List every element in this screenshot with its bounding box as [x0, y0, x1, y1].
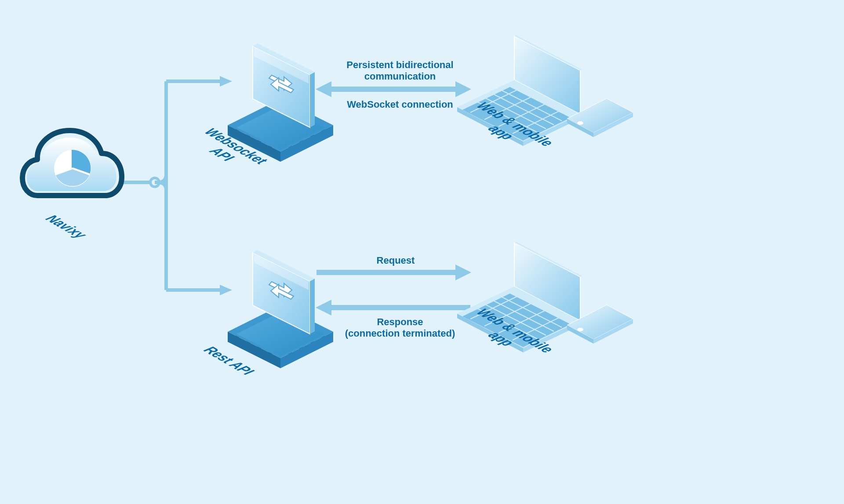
svg-rect-10	[327, 305, 470, 310]
svg-point-66	[577, 121, 583, 125]
svg-marker-46	[310, 279, 315, 334]
svg-point-84	[577, 328, 583, 331]
ws-edge-label-bottom: WebSocket connection	[338, 99, 462, 110]
branch-lines	[121, 81, 224, 290]
rest-response-label: Response (connection terminated)	[338, 316, 462, 339]
rest-request-label: Request	[352, 255, 440, 266]
arrow-to-ws	[220, 76, 232, 87]
arrow-to-rest	[220, 285, 232, 295]
rest-response-arrow	[316, 300, 470, 315]
svg-marker-11	[316, 300, 331, 315]
navixy-cloud-icon	[22, 131, 122, 196]
svg-marker-9	[455, 265, 471, 280]
svg-marker-30	[310, 72, 315, 127]
diagram-canvas: Navixy Websocket API Rest API Web & mobi…	[0, 0, 844, 504]
svg-rect-5	[327, 87, 459, 92]
ws-bidirectional-arrow	[316, 81, 471, 97]
rest-api-icon	[228, 250, 333, 368]
svg-marker-7	[455, 81, 471, 97]
rest-request-arrow	[316, 265, 471, 280]
ws-edge-label-top: Persistent bidirectional communication	[338, 59, 462, 82]
svg-marker-6	[316, 81, 331, 97]
svg-rect-8	[316, 270, 459, 275]
